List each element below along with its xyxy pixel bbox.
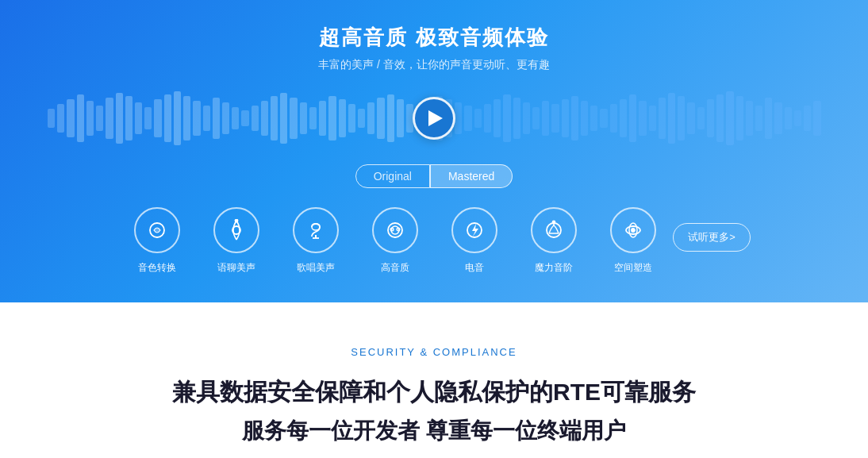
waveform-area: [0, 87, 868, 150]
tone-label: 音色转换: [138, 261, 176, 275]
magic-icon: [543, 219, 565, 241]
electric-icon-circle: [451, 207, 497, 253]
svg-point-14: [553, 221, 555, 224]
tone-icon-circle: [134, 207, 180, 253]
play-icon: [428, 110, 443, 126]
icons-row: 音色转换 语聊美声: [0, 207, 868, 275]
hero-subtitle: 丰富的美声 / 音效，让你的声音更动听、更有趣: [0, 58, 868, 72]
hero-title: 超高音质 极致音频体验: [0, 24, 868, 52]
try-more-button[interactable]: 试听更多>: [673, 223, 751, 252]
section-sub-title: 服务每一位开发者 尊重每一位终端用户: [16, 416, 852, 446]
icon-item-voice[interactable]: 语聊美声: [197, 207, 276, 275]
electric-icon: [463, 219, 486, 241]
section-tag: SECURITY & COMPLIANCE: [16, 346, 852, 358]
singing-label: 歌唱美声: [297, 261, 335, 275]
icon-item-hifi[interactable]: 高音质: [355, 207, 435, 275]
original-toggle[interactable]: Original: [355, 164, 430, 188]
electric-label: 电音: [465, 261, 484, 275]
singing-icon-circle: [293, 207, 339, 253]
hifi-icon: [384, 219, 406, 241]
play-button[interactable]: [413, 97, 455, 140]
spatial-icon-circle: [610, 207, 656, 253]
icon-item-tone[interactable]: 音色转换: [117, 207, 197, 275]
hifi-icon-circle: [372, 207, 418, 253]
svg-point-3: [312, 224, 320, 230]
voice-label: 语聊美声: [217, 261, 255, 275]
spatial-label: 空间塑造: [614, 261, 652, 275]
singing-icon: [305, 219, 327, 241]
hifi-label: 高音质: [381, 261, 409, 275]
voice-icon-circle: [213, 207, 259, 253]
voice-icon: [225, 219, 248, 241]
icon-item-spatial[interactable]: 空间塑造: [593, 207, 673, 275]
tone-icon: [146, 219, 168, 241]
icon-item-magic[interactable]: 魔力音阶: [514, 207, 593, 275]
magic-icon-circle: [531, 207, 577, 253]
svg-point-9: [397, 228, 400, 231]
spatial-icon: [622, 219, 644, 241]
hero-section: 超高音质 极致音频体验 丰富的美声 / 音效，让你的声音更动听、更有趣 Orig…: [0, 0, 868, 302]
svg-point-2: [236, 220, 238, 222]
section-main-title: 兼具数据安全保障和个人隐私保护的RTE可靠服务: [16, 374, 852, 410]
icon-item-electric[interactable]: 电音: [435, 207, 514, 275]
mastered-toggle[interactable]: Mastered: [430, 164, 513, 188]
icon-item-singing[interactable]: 歌唱美声: [276, 207, 355, 275]
svg-point-8: [390, 228, 394, 231]
toggle-row: Original Mastered: [0, 164, 868, 188]
lower-section: SECURITY & COMPLIANCE 兼具数据安全保障和个人隐私保护的RT…: [0, 302, 868, 458]
magic-label: 魔力音阶: [535, 261, 573, 275]
svg-point-17: [632, 229, 635, 232]
